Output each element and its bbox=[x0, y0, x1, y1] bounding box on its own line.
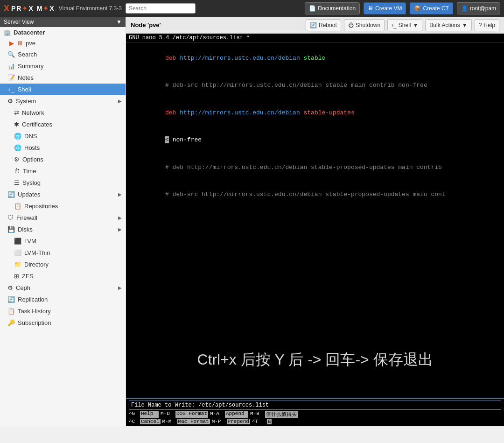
search-icon: 🔍 bbox=[7, 51, 15, 58]
shutdown-icon: ⏻ bbox=[348, 22, 354, 28]
key-help: Help bbox=[140, 411, 159, 418]
term-line-5: # deb http://mirrors.ustc.edu.cn/debian … bbox=[129, 154, 501, 181]
disks-expand-arrow: ▶ bbox=[118, 227, 122, 232]
sidebar-item-task-history[interactable]: 📋 Task History bbox=[0, 305, 126, 317]
key-zhcn: 值什么值得买 bbox=[265, 411, 298, 418]
task-history-icon: 📋 bbox=[7, 308, 15, 315]
sidebar-item-syslog[interactable]: ☰ Syslog bbox=[0, 177, 126, 189]
key-m-d: M-D bbox=[161, 411, 174, 418]
repositories-icon: 📋 bbox=[14, 203, 21, 210]
proxmox-logo: X PR✦X M✦X bbox=[4, 4, 55, 14]
datacenter-icon: 🏢 bbox=[4, 29, 11, 36]
sidebar-item-lvm[interactable]: ⬛ LVM bbox=[0, 235, 126, 247]
key-dos: DOS Format bbox=[175, 411, 208, 418]
sidebar-item-time[interactable]: ⏱ Time bbox=[0, 165, 126, 177]
firewall-expand-arrow: ▶ bbox=[118, 215, 122, 220]
documentation-button[interactable]: 📄 Documentation bbox=[305, 2, 360, 14]
term-line-6: # deb-src http://mirrors.ustc.edu.cn/deb… bbox=[129, 181, 501, 209]
sidebar-item-replication[interactable]: 🔄 Replication bbox=[0, 294, 126, 305]
create-ct-button[interactable]: 📦 Create CT bbox=[410, 2, 453, 14]
sidebar-item-datacenter[interactable]: 🏢 Datacenter bbox=[0, 27, 126, 38]
server-view-expand[interactable]: ▼ bbox=[116, 19, 122, 25]
syslog-icon: ☰ bbox=[14, 179, 20, 186]
disks-icon: 💾 bbox=[7, 226, 15, 233]
create-vm-icon: 🖥 bbox=[368, 5, 373, 12]
search-input[interactable] bbox=[126, 3, 196, 14]
term-line-1: deb http://mirrors.ustc.edu.cn/debian st… bbox=[129, 44, 501, 72]
network-icon: ⇄ bbox=[14, 109, 19, 116]
directory-icon: 📁 bbox=[14, 261, 21, 268]
sidebar-item-subscription[interactable]: 🔑 Subscription bbox=[0, 317, 126, 329]
key-m-p: M-P bbox=[212, 419, 225, 424]
lvm-thin-icon: ⬜ bbox=[14, 249, 21, 256]
sidebar-item-firewall[interactable]: 🛡 Firewall ▶ bbox=[0, 212, 126, 224]
help-button[interactable]: ? Help bbox=[475, 19, 499, 31]
help-icon: ? bbox=[479, 22, 482, 28]
dns-icon: 🌐 bbox=[14, 133, 21, 140]
logo-x: X bbox=[4, 4, 9, 14]
shutdown-button[interactable]: ⏻ Shutdown bbox=[344, 19, 385, 31]
create-ct-icon: 📦 bbox=[414, 5, 421, 12]
terminal-footer: File Name to Write: /etc/apt/sources.lis… bbox=[126, 398, 504, 426]
sidebar-item-dns[interactable]: 🌐 DNS bbox=[0, 130, 126, 142]
key-m-m: M-M bbox=[162, 419, 175, 424]
sidebar-item-shell[interactable]: ›_ Shell bbox=[0, 84, 126, 95]
sidebar-item-updates[interactable]: 🔄 Updates ▶ bbox=[0, 189, 126, 200]
term-line-3: deb http://mirrors.ustc.edu.cn/debian st… bbox=[129, 99, 501, 127]
sidebar-item-options[interactable]: ⚙ Options bbox=[0, 154, 126, 165]
shell-icon: ›_ bbox=[7, 86, 15, 93]
sidebar-item-directory[interactable]: 📁 Directory bbox=[0, 259, 126, 270]
shell-dropdown-icon: ▼ bbox=[413, 22, 418, 28]
certificates-icon: ✱ bbox=[14, 121, 19, 128]
summary-icon: 📊 bbox=[7, 63, 15, 70]
sidebar-item-summary[interactable]: 📊 Summary bbox=[0, 60, 126, 72]
sidebar-item-zfs[interactable]: ⊞ ZFS bbox=[0, 270, 126, 282]
product-name: Virtual Environment 7.3-3 bbox=[59, 5, 122, 12]
pve-icon2: 🖥 bbox=[17, 40, 23, 47]
key-m-a: M-A bbox=[210, 411, 223, 418]
sidebar-item-network[interactable]: ⇄ Network bbox=[0, 107, 126, 119]
system-icon: ⚙ bbox=[7, 98, 13, 105]
key-mac: Mac Format bbox=[177, 419, 210, 424]
updates-icon: 🔄 bbox=[7, 191, 15, 198]
zfs-icon: ⊞ bbox=[14, 273, 19, 280]
key-append: Append bbox=[225, 411, 248, 418]
sidebar-item-disks[interactable]: 💾 Disks ▶ bbox=[0, 224, 126, 235]
reboot-button[interactable]: 🔄 Reboot bbox=[306, 19, 341, 31]
key-m-b: M-B bbox=[250, 411, 263, 418]
firewall-icon: 🛡 bbox=[7, 214, 14, 221]
sidebar-item-lvm-thin[interactable]: ⬜ LVM-Thin bbox=[0, 247, 126, 259]
terminal-area[interactable]: GNU nano 5.4 /etc/apt/sources.list * deb… bbox=[126, 34, 504, 426]
subscription-icon: 🔑 bbox=[7, 319, 15, 326]
left-panel: Server View ▼ 🏢 Datacenter ▶ 🖥 pve 🔍 Sea… bbox=[0, 17, 126, 426]
main-layout: Server View ▼ 🏢 Datacenter ▶ 🖥 pve 🔍 Sea… bbox=[0, 17, 504, 426]
server-view-label: Server View bbox=[4, 19, 34, 25]
ceph-expand-arrow: ▶ bbox=[118, 285, 122, 290]
topbar: X PR✦X M✦X Virtual Environment 7.3-3 📄 D… bbox=[0, 0, 504, 17]
terminal-content: deb http://mirrors.ustc.edu.cn/debian st… bbox=[126, 42, 504, 210]
sidebar-item-system[interactable]: ⚙ System ▶ bbox=[0, 95, 126, 107]
sidebar-item-pve[interactable]: ▶ 🖥 pve bbox=[0, 38, 126, 49]
replication-icon: 🔄 bbox=[7, 296, 15, 303]
key-prepend: Prepend bbox=[227, 419, 250, 424]
sidebar-item-ceph[interactable]: ⚙ Ceph ▶ bbox=[0, 282, 126, 294]
sidebar-item-search[interactable]: 🔍 Search bbox=[0, 49, 126, 60]
sidebar-item-hosts[interactable]: 🌐 Hosts bbox=[0, 142, 126, 154]
shell-button[interactable]: ›_ Shell ▼ bbox=[387, 19, 422, 31]
footer-keys-row2: ^C Cancel M-M Mac Format M-P Prepend ^T … bbox=[129, 419, 501, 424]
terminal-header: GNU nano 5.4 /etc/apt/sources.list * bbox=[126, 34, 504, 42]
logo-proxmox: PR✦X M✦X bbox=[11, 5, 55, 12]
sidebar-item-repositories[interactable]: 📋 Repositories bbox=[0, 200, 126, 212]
right-panel: Node 'pve' 🔄 Reboot ⏻ Shutdown ›_ Shell … bbox=[126, 17, 504, 426]
create-vm-button[interactable]: 🖥 Create VM bbox=[364, 2, 406, 14]
sidebar-item-notes[interactable]: 📝 Notes bbox=[0, 72, 126, 84]
key-caret-c: ^C bbox=[129, 419, 138, 424]
footer-filename: File Name to Write: /etc/apt/sources.lis… bbox=[129, 401, 501, 410]
system-expand-arrow: ▶ bbox=[118, 98, 122, 104]
user-menu-button[interactable]: 👤 root@pam bbox=[457, 2, 500, 14]
lvm-icon: ⬛ bbox=[14, 238, 21, 245]
key-cancel: Cancel bbox=[140, 419, 161, 424]
bulk-actions-button[interactable]: Bulk Actions ▼ bbox=[425, 19, 471, 31]
sidebar-item-certificates[interactable]: ✱ Certificates bbox=[0, 119, 126, 130]
overlay-instruction: Ctrl+x 后按 Y 后 -> 回车-> 保存退出 bbox=[197, 350, 433, 370]
